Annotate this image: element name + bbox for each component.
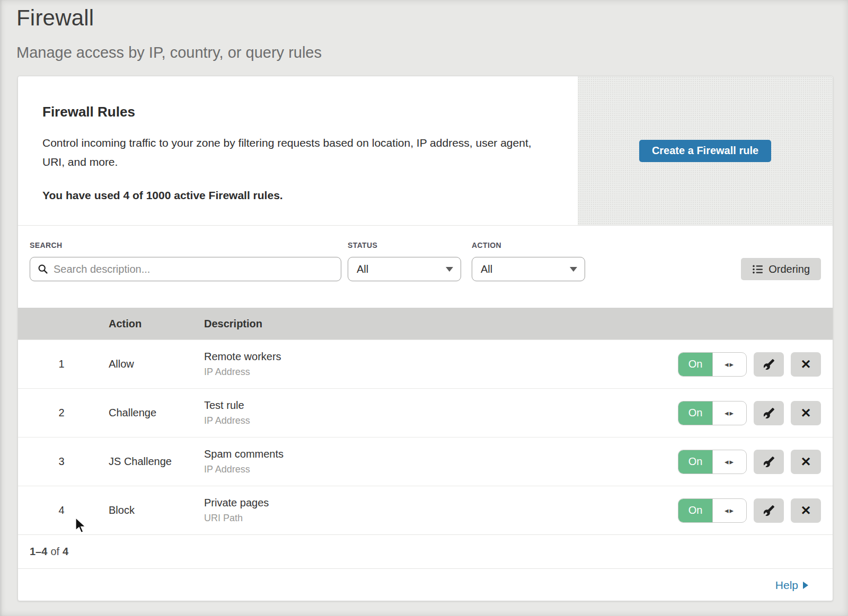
toggle-on-segment: On (678, 499, 712, 522)
rule-description: Spam comments IP Address (204, 448, 678, 475)
filters-bar: SEARCH STATUS All ACTION All (18, 226, 833, 308)
table-row: 1 Allow Remote workers IP Address On ◂▸ … (18, 340, 833, 388)
ordered-list-icon (752, 264, 763, 275)
rule-action: Block (92, 504, 204, 516)
mouse-cursor (75, 517, 87, 534)
rule-priority: 1 (18, 358, 92, 370)
chevron-down-icon (446, 267, 453, 272)
close-icon: ✕ (800, 407, 811, 419)
pagination-bar: 1–4 of 4 (18, 534, 833, 568)
help-link[interactable]: Help (775, 579, 808, 592)
help-link-label: Help (775, 579, 798, 592)
arrow-right-icon (803, 582, 808, 589)
toggle-on-segment: On (678, 353, 712, 376)
ordering-button[interactable]: Ordering (741, 258, 821, 280)
firewall-rules-card: Firewall Rules Control incoming traffic … (17, 76, 833, 601)
close-icon: ✕ (800, 504, 811, 517)
toggle-on-segment: On (678, 450, 712, 474)
rule-enabled-toggle[interactable]: On ◂▸ (678, 450, 747, 474)
card-footer: Help (18, 568, 833, 601)
toggle-handle-arrows-icon: ◂▸ (712, 450, 746, 474)
status-label: STATUS (348, 241, 461, 250)
rule-enabled-toggle[interactable]: On ◂▸ (678, 352, 747, 377)
rule-controls: On ◂▸ ✕ (678, 450, 833, 474)
table-header-row: Action Description (18, 308, 833, 340)
action-filter-group: ACTION All (472, 241, 585, 281)
search-filter-group: SEARCH (30, 241, 341, 281)
page-title: Firewall (16, 5, 848, 31)
card-heading: Firewall Rules (42, 104, 546, 120)
rule-controls: On ◂▸ ✕ (678, 352, 833, 377)
edit-rule-button[interactable] (754, 498, 784, 523)
table-row: 4 Block Private pages URI Path On ◂▸ ✕ (18, 486, 833, 534)
rule-priority: 2 (18, 407, 92, 419)
page-subtitle: Manage access by IP, country, or query r… (16, 44, 848, 61)
toggle-on-segment: On (678, 401, 712, 425)
close-icon: ✕ (800, 358, 811, 371)
status-select[interactable]: All (348, 257, 461, 281)
delete-rule-button[interactable]: ✕ (791, 450, 821, 474)
rule-description: Test rule IP Address (204, 399, 678, 426)
status-filter-group: STATUS All (348, 241, 461, 281)
create-rule-panel: Create a Firewall rule (578, 76, 833, 225)
page-header: Firewall Manage access by IP, country, o… (0, 0, 848, 61)
delete-rule-button[interactable]: ✕ (791, 401, 821, 425)
create-firewall-rule-button[interactable]: Create a Firewall rule (639, 140, 771, 162)
wrench-icon (763, 359, 775, 370)
rule-match-type: IP Address (204, 415, 678, 426)
rule-enabled-toggle[interactable]: On ◂▸ (678, 401, 747, 425)
edit-rule-button[interactable] (754, 450, 784, 474)
pagination-total: 4 (63, 546, 68, 558)
status-selected-value: All (357, 263, 368, 275)
rules-usage-count: You have used 4 of 1000 active Firewall … (42, 189, 546, 202)
toggle-handle-arrows-icon: ◂▸ (712, 401, 746, 425)
search-icon (38, 264, 48, 274)
pagination-separator: of (50, 546, 59, 558)
rule-description: Remote workers IP Address (204, 351, 678, 378)
ordering-button-label: Ordering (768, 263, 810, 275)
table-row: 3 JS Challenge Spam comments IP Address … (18, 437, 833, 486)
intro-section: Firewall Rules Control incoming traffic … (18, 76, 833, 226)
rule-description: Private pages URI Path (204, 497, 678, 524)
toggle-handle-arrows-icon: ◂▸ (712, 499, 746, 522)
description-column-header: Description (204, 318, 833, 330)
rule-description-title: Private pages (204, 497, 678, 509)
search-label: SEARCH (30, 241, 341, 250)
edit-rule-button[interactable] (754, 352, 784, 377)
rule-description-title: Test rule (204, 399, 678, 412)
chevron-down-icon (570, 267, 577, 272)
rule-enabled-toggle[interactable]: On ◂▸ (678, 498, 747, 523)
rule-action: JS Challenge (92, 456, 204, 468)
delete-rule-button[interactable]: ✕ (791, 352, 821, 377)
rule-action: Allow (92, 358, 204, 370)
rule-controls: On ◂▸ ✕ (678, 401, 833, 425)
rule-description-title: Remote workers (204, 351, 678, 363)
wrench-icon (763, 407, 775, 419)
close-icon: ✕ (800, 456, 811, 468)
card-description: Control incoming traffic to your zone by… (42, 133, 546, 172)
search-input[interactable] (54, 263, 333, 275)
rule-action: Challenge (92, 407, 204, 419)
table-row: 2 Challenge Test rule IP Address On ◂▸ ✕ (18, 388, 833, 437)
action-select[interactable]: All (472, 257, 585, 281)
intro-text-block: Firewall Rules Control incoming traffic … (18, 76, 578, 225)
search-box (30, 257, 341, 281)
rule-description-title: Spam comments (204, 448, 678, 460)
edit-rule-button[interactable] (754, 401, 784, 425)
wrench-icon (763, 505, 775, 516)
rule-match-type: IP Address (204, 464, 678, 475)
delete-rule-button[interactable]: ✕ (791, 498, 821, 523)
wrench-icon (763, 456, 775, 468)
action-selected-value: All (481, 263, 492, 275)
rule-controls: On ◂▸ ✕ (678, 498, 833, 523)
action-column-header: Action (92, 318, 204, 330)
action-label: ACTION (472, 241, 585, 250)
toggle-handle-arrows-icon: ◂▸ (712, 353, 746, 376)
rule-priority: 3 (18, 456, 92, 468)
ordering-group: Ordering (741, 241, 821, 280)
pagination-range: 1–4 (30, 546, 47, 558)
rule-match-type: IP Address (204, 367, 678, 378)
ordering-label-spacer (741, 241, 821, 250)
rule-priority: 4 (18, 504, 92, 516)
rule-match-type: URI Path (204, 513, 678, 524)
